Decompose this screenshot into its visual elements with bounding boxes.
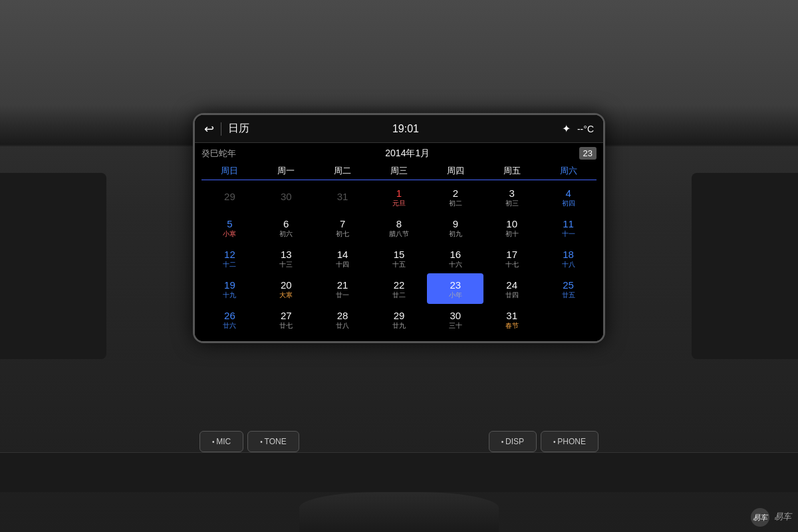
cal-cell-jan23[interactable]: 23小年 [427, 273, 483, 304]
disp-button[interactable]: DISP [489, 431, 537, 452]
cal-cell-jan11[interactable]: 11十一 [540, 212, 597, 243]
cal-cell-jan30[interactable]: 30三十 [427, 304, 483, 334]
cal-cell-jan26[interactable]: 26廿六 [201, 304, 258, 334]
tone-button[interactable]: TONE [247, 431, 299, 452]
cal-cell-jan17[interactable]: 17十七 [483, 243, 540, 273]
cal-cell-jan15[interactable]: 15十五 [371, 243, 428, 273]
cal-cell-jan21[interactable]: 21廿一 [315, 273, 371, 304]
cal-cell-jan6[interactable]: 6初六 [258, 212, 315, 243]
cal-cell-jan4[interactable]: 4初四 [540, 182, 597, 212]
day-header-fri: 周五 [483, 162, 540, 180]
cal-cell-jan28[interactable]: 28廿八 [315, 304, 371, 334]
cal-cell-jan20[interactable]: 20大寒 [258, 273, 315, 304]
cal-cell-jan2[interactable]: 2初二 [427, 182, 483, 212]
calendar-header: 癸巳蛇年 2014年1月 23 [201, 147, 597, 160]
cal-cell-jan3[interactable]: 3初三 [483, 182, 540, 212]
screen-display: ↩ 日历 19:01 ✦ --°C 癸巳蛇年 2014年1月 23 周日 周一 … [195, 115, 603, 341]
day-headers-row: 周日 周一 周二 周三 周四 周五 周六 [201, 162, 597, 180]
status-bar: ↩ 日历 19:01 ✦ --°C [195, 115, 603, 143]
calendar-area: 癸巳蛇年 2014年1月 23 周日 周一 周二 周三 周四 周五 周六 29 … [195, 143, 603, 341]
cal-cell-jan22[interactable]: 22廿二 [371, 273, 428, 304]
screen-title: 日历 [228, 122, 249, 136]
cal-cell-jan10[interactable]: 10初十 [483, 212, 540, 243]
lunar-year-label: 癸巳蛇年 [201, 148, 236, 160]
watermark-text: 易车 [774, 511, 791, 521]
watermark-circle: 易车 [751, 508, 769, 527]
control-buttons-area: MIC TONE DISP PHONE [180, 431, 618, 452]
day-header-sun: 周日 [201, 162, 258, 180]
temperature-display: --°C [577, 124, 594, 134]
right-vent [692, 173, 798, 359]
cal-cell-dec31[interactable]: 31 [315, 182, 371, 212]
right-control-group: DISP PHONE [489, 431, 598, 452]
cal-cell-jan5[interactable]: 5小寒 [201, 212, 258, 243]
cal-cell-jan1[interactable]: 1元旦 [371, 182, 428, 212]
day-header-thu: 周四 [427, 162, 483, 180]
day-header-sat: 周六 [540, 162, 597, 180]
bottom-strip [0, 452, 798, 492]
cal-cell-jan18[interactable]: 18十八 [540, 243, 597, 273]
cal-cell-jan19[interactable]: 19十九 [201, 273, 258, 304]
cal-cell-jan24[interactable]: 24廿四 [483, 273, 540, 304]
cal-cell-jan27[interactable]: 27廿七 [258, 304, 315, 334]
cal-cell-jan25[interactable]: 25廿五 [540, 273, 597, 304]
cal-cell-jan8[interactable]: 8腊八节 [371, 212, 428, 243]
watermark: 易车 易车 [751, 508, 791, 527]
cal-cell-jan29[interactable]: 29廿九 [371, 304, 428, 334]
cal-cell-jan12[interactable]: 12十二 [201, 243, 258, 273]
day-header-mon: 周一 [258, 162, 315, 180]
steering-wheel-area [299, 492, 499, 532]
day-header-tue: 周二 [315, 162, 371, 180]
status-divider [221, 122, 221, 136]
left-control-group: MIC TONE [200, 431, 299, 452]
cal-cell-jan7[interactable]: 7初七 [315, 212, 371, 243]
left-vent [0, 173, 106, 359]
cal-cell-jan13[interactable]: 13十三 [258, 243, 315, 273]
calendar-grid: 29 30 31 1元旦 2初二 3初三 4初四 5小寒 6初六 7初七 8腊八… [201, 182, 597, 334]
cal-cell-empty [540, 304, 597, 334]
bluetooth-icon: ✦ [562, 122, 571, 135]
month-title-label: 2014年1月 [236, 148, 579, 160]
phone-button[interactable]: PHONE [541, 431, 598, 452]
cal-cell-jan16[interactable]: 16十六 [427, 243, 483, 273]
cal-cell-jan31[interactable]: 31春节 [483, 304, 540, 334]
clock-display: 19:01 [249, 123, 562, 135]
cal-cell-jan9[interactable]: 9初九 [427, 212, 483, 243]
day-header-wed: 周三 [371, 162, 428, 180]
cal-cell-dec30[interactable]: 30 [258, 182, 315, 212]
current-date-badge: 23 [579, 147, 597, 160]
back-button[interactable]: ↩ [204, 122, 214, 136]
infotainment-screen: ↩ 日历 19:01 ✦ --°C 癸巳蛇年 2014年1月 23 周日 周一 … [193, 113, 605, 343]
cal-cell-jan14[interactable]: 14十四 [315, 243, 371, 273]
cal-cell-dec29[interactable]: 29 [201, 182, 258, 212]
mic-button[interactable]: MIC [200, 431, 243, 452]
